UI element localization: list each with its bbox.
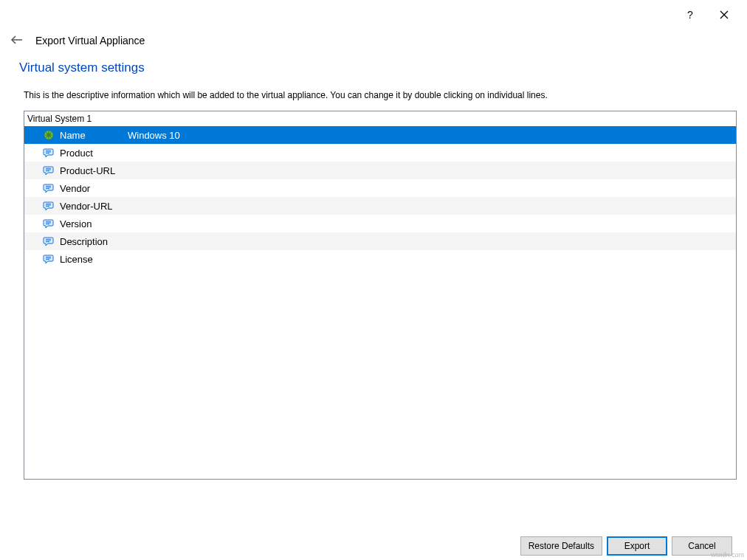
- row-label: Version: [60, 218, 128, 229]
- row-label: Product-URL: [60, 165, 128, 176]
- bubble-icon: [42, 146, 55, 159]
- section-description: This is the descriptive information whic…: [19, 90, 732, 100]
- bubble-icon: [42, 252, 55, 266]
- bubble-icon: [42, 217, 55, 230]
- row-label: License: [60, 254, 128, 265]
- table-row[interactable]: Vendor: [24, 179, 736, 197]
- table-row[interactable]: Product: [24, 144, 736, 162]
- cancel-button[interactable]: Cancel: [672, 536, 732, 556]
- wizard-header: Export Virtual Appliance: [0, 30, 747, 61]
- bubble-icon: [42, 199, 55, 212]
- bubble-icon: [42, 235, 55, 248]
- title-bar: ?: [0, 0, 747, 30]
- back-button[interactable]: [10, 34, 24, 47]
- asterisk-icon: [42, 128, 55, 142]
- row-label: Name: [60, 130, 128, 141]
- bubble-icon: [42, 164, 55, 177]
- row-label: Vendor-URL: [60, 201, 128, 212]
- close-button[interactable]: [707, 4, 741, 26]
- bubble-icon: [42, 182, 55, 195]
- row-label: Description: [60, 236, 128, 247]
- settings-tree[interactable]: Virtual System 1 NameWindows 10ProductPr…: [24, 111, 737, 480]
- row-label: Vendor: [60, 183, 128, 194]
- section-title: Virtual system settings: [19, 61, 732, 75]
- table-row[interactable]: License: [24, 250, 736, 268]
- table-row[interactable]: Version: [24, 215, 736, 232]
- table-row[interactable]: Description: [24, 232, 736, 250]
- restore-defaults-button[interactable]: Restore Defaults: [520, 536, 602, 556]
- row-label: Product: [60, 148, 128, 159]
- table-row[interactable]: NameWindows 10: [24, 126, 736, 144]
- help-button[interactable]: ?: [673, 4, 707, 26]
- button-bar: Restore Defaults Export Cancel: [520, 536, 732, 556]
- page-title: Export Virtual Appliance: [35, 35, 145, 46]
- arrow-left-icon: [10, 35, 24, 45]
- close-icon: [720, 10, 729, 19]
- table-row[interactable]: Product-URL: [24, 162, 736, 179]
- table-row[interactable]: Vendor-URL: [24, 197, 736, 215]
- row-value: Windows 10: [128, 130, 736, 141]
- export-button[interactable]: Export: [607, 536, 667, 556]
- system-group-label[interactable]: Virtual System 1: [24, 111, 736, 126]
